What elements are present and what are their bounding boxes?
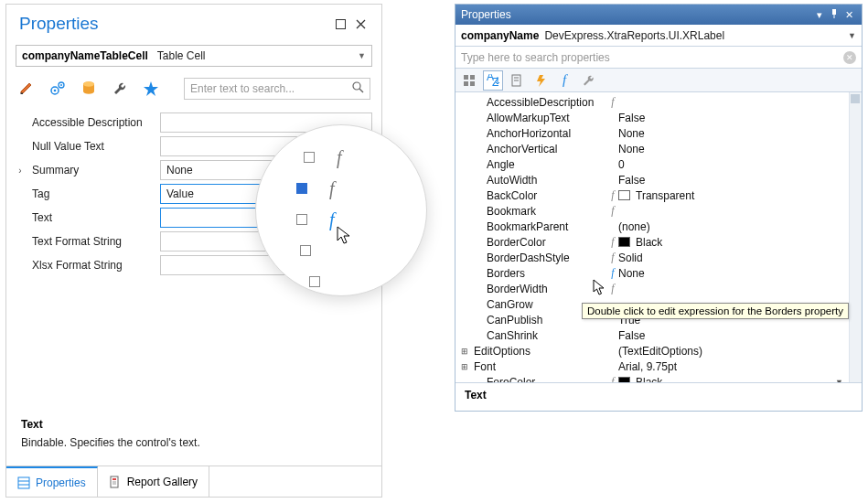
expand-icon[interactable]: ⊞ (459, 347, 470, 356)
right-toolbar: AZ f (455, 69, 862, 92)
property-value[interactable]: (TextEditOptions) (618, 345, 845, 358)
expression-indicator[interactable]: f (607, 251, 618, 264)
property-name: Angle (470, 158, 607, 171)
property-value[interactable]: None (618, 267, 845, 280)
property-value[interactable]: False (618, 112, 845, 124)
property-name: BorderWidth (470, 283, 607, 295)
svg-rect-21 (464, 81, 468, 86)
svg-rect-22 (470, 81, 475, 86)
marker-box (300, 245, 311, 256)
property-row[interactable]: AnchorHorizontalNone (459, 125, 845, 141)
svg-point-3 (54, 90, 57, 92)
cursor-icon (593, 279, 607, 297)
property-name: ForeColor (470, 376, 607, 383)
expression-icon: f (611, 95, 614, 108)
object-type: DevExpress.XtraReports.UI.XRLabel (544, 29, 724, 42)
property-row[interactable]: Angle0 (459, 156, 845, 172)
description-pane: Text Bindable. Specifies the control's t… (6, 406, 381, 466)
maximize-button[interactable] (330, 14, 350, 34)
left-panel-header: Properties (6, 5, 381, 41)
property-row[interactable]: AnchorVerticalNone (459, 141, 845, 156)
clear-icon[interactable]: ✕ (843, 51, 856, 64)
expression-indicator[interactable]: f (607, 266, 618, 280)
svg-line-9 (359, 89, 363, 92)
gears-icon[interactable] (48, 80, 67, 98)
close-button[interactable] (350, 14, 370, 34)
expression-button[interactable]: f (554, 70, 574, 91)
wrench-button[interactable] (578, 70, 598, 91)
property-name: Font (470, 360, 607, 373)
property-row[interactable]: BorderWidthf (459, 281, 845, 296)
expression-indicator[interactable]: f (607, 235, 618, 249)
events-button[interactable] (530, 70, 551, 91)
chevron-down-icon: ▼ (358, 51, 366, 60)
bottom-tabs: Properties Report Gallery (6, 466, 381, 497)
categorized-button[interactable] (459, 70, 479, 91)
property-value[interactable]: Arial, 9.75pt (618, 360, 845, 373)
property-value[interactable]: 0 (618, 158, 845, 171)
left-toolbar: Enter text to search... (6, 74, 381, 107)
expression-indicator[interactable]: f (607, 204, 618, 218)
close-button[interactable]: ✕ (841, 9, 856, 21)
star-icon[interactable] (142, 80, 160, 98)
expression-icon: f (337, 147, 342, 168)
properties-icon (17, 476, 30, 489)
search-input[interactable]: Type here to search properties ✕ (455, 47, 862, 69)
property-row[interactable]: AllowMarkupTextFalse (459, 110, 845, 125)
object-name: companyNameTableCell (22, 49, 148, 62)
property-pages-button[interactable] (507, 70, 527, 91)
chevron-down-icon: ▼ (848, 31, 856, 40)
database-icon[interactable] (80, 80, 98, 98)
property-row[interactable]: BookmarkParent(none) (459, 219, 845, 234)
property-value[interactable]: Transparent (618, 189, 845, 202)
property-name: AllowMarkupText (470, 112, 607, 124)
tab-report-gallery[interactable]: Report Gallery (98, 466, 209, 497)
expression-indicator[interactable]: f (607, 95, 618, 109)
expression-icon-active[interactable]: f (329, 209, 335, 230)
property-row[interactable]: ⊞EditOptions(TextEditOptions) (459, 343, 845, 359)
property-value[interactable]: False (618, 174, 845, 187)
tab-properties[interactable]: Properties (6, 466, 98, 497)
property-value[interactable]: Black (618, 236, 845, 249)
dropdown-button[interactable]: ▾ (812, 9, 827, 21)
property-row[interactable]: BackColorfTransparent (459, 187, 845, 203)
scrollbar[interactable] (849, 92, 862, 382)
property-name: AnchorVertical (470, 143, 607, 155)
property-value[interactable]: False (618, 329, 845, 342)
expression-indicator[interactable]: f (607, 282, 618, 295)
object-type: Table Cell (157, 49, 206, 62)
property-row[interactable]: ⊞FontArial, 9.75pt (459, 359, 845, 374)
edit-icon[interactable] (17, 80, 36, 98)
property-row[interactable]: Bookmarkf (459, 203, 845, 219)
expression-indicator[interactable]: f (607, 188, 618, 202)
property-row[interactable]: ForeColorfBlack▼ (459, 374, 845, 382)
search-input[interactable]: Enter text to search... (184, 78, 370, 100)
color-swatch (618, 377, 630, 382)
property-row[interactable]: AccessibleDescriptionf (459, 94, 845, 110)
object-selector[interactable]: companyName DevExpress.XtraReports.UI.XR… (455, 25, 862, 47)
expand-icon[interactable]: ⊞ (459, 362, 470, 371)
property-row[interactable]: CanShrinkFalse (459, 327, 845, 343)
expression-indicator[interactable]: f (607, 375, 618, 382)
alphabetical-button[interactable]: AZ (483, 70, 503, 91)
property-value[interactable]: Solid (618, 252, 845, 264)
property-value[interactable]: None (618, 127, 845, 140)
expression-icon: f (611, 251, 614, 263)
property-row[interactable]: BordersfNone (459, 265, 845, 281)
svg-rect-17 (832, 9, 836, 15)
property-row[interactable]: BorderDashStylefSolid (459, 250, 845, 265)
property-value[interactable]: Black▼ (618, 376, 845, 383)
wrench-icon[interactable] (111, 80, 129, 98)
property-row[interactable]: AutoWidthFalse (459, 172, 845, 187)
property-name: BorderDashStyle (470, 252, 607, 264)
color-swatch (618, 237, 630, 247)
search-placeholder: Enter text to search... (190, 82, 295, 95)
property-row[interactable]: BorderColorfBlack (459, 234, 845, 250)
property-value[interactable]: None (618, 143, 845, 155)
pin-button[interactable] (827, 9, 841, 20)
property-name: AccessibleDescription (470, 96, 607, 109)
object-selector[interactable]: companyNameTableCell Table Cell ▼ (16, 45, 372, 67)
expand-icon[interactable]: › (16, 166, 25, 176)
property-value[interactable]: (none) (618, 220, 845, 233)
scroll-up-button[interactable] (851, 94, 860, 103)
